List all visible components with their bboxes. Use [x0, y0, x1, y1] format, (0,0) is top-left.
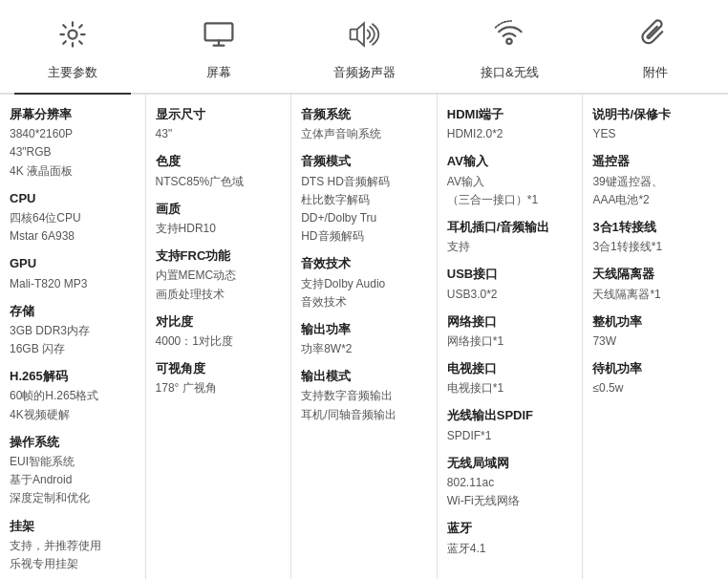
- clip-icon: [638, 17, 673, 58]
- section-title: 网络接口: [447, 313, 573, 331]
- col-ports: HDMI端子 HDMI2.0*2 AV输入 AV输入 （三合一接口）*1 耳机插…: [438, 95, 584, 579]
- tab-accessories-label: 附件: [643, 64, 668, 81]
- col-main-params: 屏幕分辨率 3840*2160P 43"RGB 4K 液晶面板 CPU 四核64…: [0, 95, 146, 579]
- section-title: 耳机插口/音频输出: [447, 219, 573, 236]
- col-screen: 显示尺寸 43" 色度 NTSC85%广色域 画质 支持HDR10 支持FRC功…: [146, 95, 292, 579]
- section-content: 立体声音响系统: [301, 125, 427, 143]
- svg-point-3: [507, 39, 512, 44]
- section-content: ≤0.5w: [592, 379, 718, 397]
- section-content: 3840*2160P 43"RGB 4K 液晶面板: [10, 125, 136, 181]
- section-title: 显示尺寸: [156, 106, 282, 123]
- col-audio: 音频系统 立体声音响系统 音频模式 DTS HD音频解码 杜比数字解码 DD+/…: [291, 95, 438, 579]
- section-title: 输出功率: [301, 321, 427, 338]
- section-content: 支持HDR10: [156, 220, 282, 238]
- section-content: SPDIF*1: [447, 427, 573, 445]
- section-title: 色度: [156, 153, 282, 170]
- section-content: 蓝牙4.1: [447, 540, 573, 558]
- section-content: 39键遥控器、 AAA电池*2: [592, 173, 718, 209]
- section-title: 音频系统: [301, 106, 427, 123]
- tab-audio-label: 音频扬声器: [333, 64, 396, 81]
- tab-ports-label: 接口&无线: [481, 64, 539, 81]
- section-content: 73W: [592, 332, 718, 351]
- section-content: 3GB DDR3内存 16GB 闪存: [10, 322, 136, 358]
- section-content: Mali-T820 MP3: [10, 275, 136, 293]
- section-title: 3合1转接线: [592, 219, 718, 236]
- section-title: 无线局域网: [447, 455, 573, 472]
- section-content: 内置MEMC动态 画质处理技术: [156, 267, 282, 303]
- section-title: 支持FRC功能: [156, 247, 282, 265]
- section-content: 4000：1对比度: [156, 332, 282, 351]
- col-accessories: 说明书/保修卡 YES 遥控器 39键遥控器、 AAA电池*2 3合1转接线 3…: [583, 95, 728, 579]
- section-title: 对比度: [156, 313, 282, 331]
- speaker-icon: [347, 17, 381, 58]
- section-content: 支持Dolby Audio 音效技术: [301, 275, 427, 311]
- svg-point-0: [69, 31, 77, 39]
- content-grid: 屏幕分辨率 3840*2160P 43"RGB 4K 液晶面板 CPU 四核64…: [0, 95, 728, 579]
- section-title: 天线隔离器: [592, 266, 718, 283]
- section-content: NTSC85%广色域: [156, 173, 282, 191]
- section-title: 可视角度: [156, 360, 282, 377]
- section-title: 说明书/保修卡: [592, 106, 718, 123]
- svg-rect-2: [351, 30, 357, 40]
- section-title: 待机功率: [592, 360, 718, 377]
- section-content: 支持: [447, 238, 573, 256]
- section-content: 网络接口*1: [447, 332, 573, 351]
- section-content: EUI智能系统 基于Android 深度定制和优化: [10, 453, 136, 508]
- tab-accessories[interactable]: 附件: [583, 10, 728, 93]
- section-title: 画质: [156, 201, 282, 218]
- section-content: 60帧的H.265格式 4K视频硬解: [10, 387, 136, 423]
- tab-audio[interactable]: 音频扬声器: [291, 10, 437, 93]
- section-title: CPU: [10, 190, 136, 207]
- section-title: 蓝牙: [447, 520, 573, 537]
- section-title: 遥控器: [592, 153, 718, 170]
- wireless-icon: [492, 17, 526, 58]
- section-title: USB接口: [447, 266, 573, 283]
- section-content: 支持，并推荐使用 乐视专用挂架: [10, 537, 136, 573]
- tab-screen[interactable]: 屏幕: [145, 10, 290, 93]
- section-content: 支持数字音频输出 耳机/同轴音频输出: [301, 387, 427, 423]
- section-content: 178° 广视角: [156, 379, 282, 397]
- monitor-icon: [202, 17, 236, 58]
- section-content: 电视接口*1: [447, 379, 573, 397]
- section-content: 802.11ac Wi-Fi无线网络: [447, 474, 573, 510]
- section-content: USB3.0*2: [447, 286, 573, 304]
- section-title: GPU: [10, 255, 136, 272]
- tab-main-params[interactable]: 主要参数: [0, 10, 145, 93]
- section-content: 43": [156, 125, 282, 143]
- section-title: AV输入: [447, 153, 573, 170]
- section-title: 输出模式: [301, 368, 427, 385]
- section-title: 操作系统: [10, 434, 136, 451]
- tab-main-params-label: 主要参数: [48, 64, 97, 81]
- section-title: 存储: [10, 303, 136, 320]
- nav-tabs: 主要参数 屏幕 音频扬声器: [0, 0, 728, 95]
- section-content: 四核64位CPU Mstar 6A938: [10, 209, 136, 246]
- section-title: HDMI端子: [447, 106, 573, 123]
- section-title: 整机功率: [592, 313, 718, 331]
- section-title: 光线输出SPDIF: [447, 407, 573, 424]
- section-content: YES: [592, 125, 718, 143]
- section-content: DTS HD音频解码 杜比数字解码 DD+/Dolby Tru HD音频解码: [301, 173, 427, 247]
- tab-ports[interactable]: 接口&无线: [437, 10, 582, 93]
- section-content: 功率8W*2: [301, 340, 427, 358]
- svg-rect-1: [204, 23, 232, 40]
- section-content: AV输入 （三合一接口）*1: [447, 173, 573, 209]
- gear-icon: [55, 17, 90, 58]
- section-content: HDMI2.0*2: [447, 125, 573, 143]
- section-title: 挂架: [10, 518, 136, 535]
- section-title: 屏幕分辨率: [10, 106, 136, 123]
- tab-screen-label: 屏幕: [206, 64, 231, 81]
- section-content: 天线隔离器*1: [592, 286, 718, 304]
- section-title: 音频模式: [301, 153, 427, 170]
- section-title: H.265解码: [10, 368, 136, 385]
- section-title: 电视接口: [447, 360, 573, 377]
- section-content: 3合1转接线*1: [592, 238, 718, 256]
- section-title: 音效技术: [301, 255, 427, 272]
